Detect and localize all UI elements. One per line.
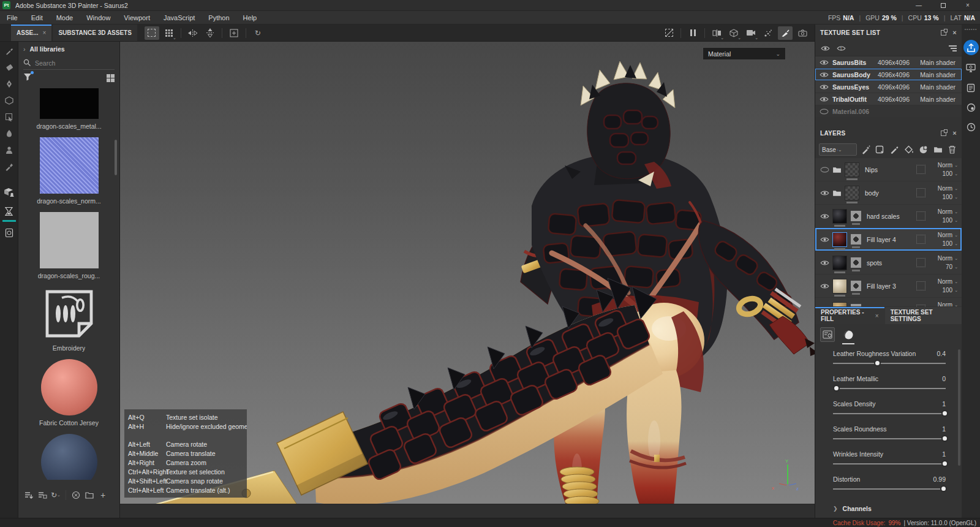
opacity-dropdown[interactable]: 100⌄ — [942, 217, 958, 224]
menu-item-help[interactable]: Help — [236, 14, 264, 21]
3d-view-icon[interactable]: ⌄ — [726, 26, 741, 40]
bake-hourglass-icon[interactable] — [2, 204, 17, 219]
layer-thumbnail[interactable] — [845, 186, 859, 200]
mask-thumbnail[interactable] — [851, 281, 861, 291]
texture-set-row[interactable]: SaurusBits 4096x4096 Main shader — [815, 56, 962, 68]
layer-row[interactable]: Fill layer 4 Norm⌄ 100⌄ — [815, 228, 962, 251]
asset-item[interactable]: Embroidery — [18, 287, 119, 352]
blend-mode-dropdown[interactable]: Norm⌄ — [938, 162, 958, 169]
import-resources-icon[interactable] — [22, 489, 36, 501]
refresh-assets-icon[interactable]: ↻⌄ — [49, 489, 62, 501]
texture-set-row[interactable]: SaurusBody 4096x4096 Main shader — [815, 69, 962, 80]
layer-row[interactable]: body Norm⌄ 100⌄ — [815, 181, 962, 204]
projection-tool-icon[interactable] — [2, 77, 17, 91]
assets-shelf-icon[interactable] — [2, 184, 17, 199]
visibility-toggle[interactable] — [819, 283, 830, 289]
opacity-dropdown[interactable]: 100⌄ — [942, 240, 958, 247]
frame-view-icon[interactable] — [227, 26, 241, 40]
close-icon[interactable]: × — [875, 313, 879, 319]
layer-row[interactable]: soft scales Norm⌄ 100⌄ — [815, 298, 962, 306]
asset-item[interactable] — [18, 434, 119, 480]
menu-item-mode[interactable]: Mode — [50, 14, 80, 21]
blend-mode-dropdown[interactable]: Norm⌄ — [938, 232, 958, 238]
assets-scrollbar[interactable] — [115, 140, 117, 175]
history-icon[interactable] — [964, 120, 978, 134]
new-folder-icon[interactable] — [83, 489, 96, 501]
asset-item[interactable]: dragon-scales_roug... — [18, 212, 119, 279]
layer-name[interactable]: spots — [867, 259, 916, 267]
tab-assets[interactable]: ASSE... × — [11, 25, 51, 41]
asset-thumbnail[interactable] — [40, 212, 99, 268]
log-panel-icon[interactable] — [964, 81, 978, 94]
slider-knob[interactable] — [941, 410, 948, 417]
particles-icon[interactable] — [761, 26, 775, 40]
asset-item[interactable]: dragon-scales_norm... — [18, 137, 119, 205]
tab-texture-set-settings[interactable]: TEXTURE SET SETTINGS — [885, 307, 962, 324]
split-view-icon[interactable]: ⌄ — [709, 26, 724, 40]
blend-mode-dropdown[interactable]: Norm⌄ — [938, 278, 958, 285]
layer-name[interactable]: soft scales — [867, 306, 916, 307]
add-smart-material-icon[interactable] — [918, 143, 929, 156]
visibility-toggle[interactable] — [819, 167, 830, 173]
opacity-dropdown[interactable]: 100⌄ — [942, 287, 958, 294]
material-view-icon[interactable] — [841, 327, 856, 342]
asset-item[interactable]: Fabric Cotton Jersey — [18, 359, 119, 427]
layer-thumbnail[interactable] — [832, 256, 847, 270]
layer-row[interactable]: Nips Norm⌄ 100⌄ — [815, 158, 962, 181]
texture-set-row[interactable]: TribalOutfit 4096x4096 Main shader — [815, 93, 962, 105]
snapshot-camera-icon[interactable] — [795, 26, 810, 40]
layer-name[interactable]: Fill layer 3 — [867, 282, 916, 290]
opacity-dropdown[interactable]: 100⌄ — [942, 170, 958, 177]
close-button[interactable]: × — [956, 0, 980, 10]
slider-knob[interactable] — [940, 485, 947, 492]
visibility-toggle[interactable] — [819, 306, 830, 307]
slider-knob[interactable] — [833, 385, 840, 392]
add-effect-icon[interactable] — [875, 143, 886, 156]
iray-sphere-icon[interactable] — [964, 100, 978, 114]
excluded-geometry-icon[interactable] — [662, 26, 676, 40]
layer-name[interactable]: Nips — [865, 166, 916, 173]
filter-icon[interactable] — [23, 72, 32, 83]
mask-thumbnail[interactable] — [851, 304, 861, 306]
material-picker-tool-icon[interactable] — [2, 159, 17, 174]
visibility-toggle[interactable] — [819, 260, 830, 266]
close-icon[interactable]: × — [952, 29, 957, 36]
layer-thumbnail[interactable] — [832, 209, 847, 224]
visibility-toggle[interactable] — [819, 190, 830, 196]
delete-layer-icon[interactable] — [946, 143, 958, 156]
grid-view-icon[interactable] — [107, 74, 115, 82]
slider-knob[interactable] — [941, 460, 948, 467]
tab-substance-3d-assets[interactable]: SUBSTANCE 3D ASSETS — [53, 25, 137, 41]
blend-mode-dropdown[interactable]: Norm⌄ — [938, 208, 958, 215]
undock-icon[interactable] — [941, 30, 946, 36]
layer-name[interactable]: Fill layer 4 — [867, 236, 916, 243]
mask-thumbnail[interactable] — [851, 211, 861, 221]
paint-tool-icon[interactable] — [2, 44, 17, 58]
layer-row[interactable]: hard scales Norm⌄ 100⌄ — [815, 205, 962, 227]
close-icon[interactable]: × — [43, 29, 47, 36]
visibility-toggle[interactable] — [819, 72, 829, 78]
smart-material-wand-icon[interactable] — [860, 143, 872, 156]
marquee-select-icon[interactable] — [145, 26, 159, 40]
properties-scrollbar[interactable] — [958, 349, 960, 466]
export-resources-icon[interactable] — [36, 489, 49, 501]
texture-set-row[interactable]: SaurusEyes 4096x4096 Main shader — [815, 81, 962, 93]
layer-thumbnail[interactable] — [832, 279, 847, 294]
add-folder-icon[interactable] — [932, 143, 944, 156]
layer-thumbnail[interactable] — [832, 302, 847, 307]
mask-thumbnail[interactable] — [851, 257, 861, 268]
menu-item-viewport[interactable]: Viewport — [117, 14, 157, 21]
toggle-all-visibility-icon[interactable] — [820, 45, 830, 51]
mask-thumbnail[interactable] — [851, 234, 861, 245]
slider-knob[interactable] — [941, 435, 948, 442]
drag-handle[interactable]: •••••• — [965, 27, 978, 31]
close-icon[interactable]: × — [952, 129, 957, 137]
search-input[interactable] — [35, 59, 102, 67]
slider-knob[interactable] — [874, 360, 881, 366]
display-settings-icon[interactable] — [964, 61, 978, 75]
layer-thumbnail[interactable] — [832, 232, 847, 247]
layer-row[interactable]: Fill layer 3 Norm⌄ 100⌄ — [815, 275, 962, 297]
slider-track[interactable] — [833, 360, 946, 367]
smudge-tool-icon[interactable] — [2, 110, 17, 124]
visibility-toggle[interactable] — [819, 213, 830, 219]
